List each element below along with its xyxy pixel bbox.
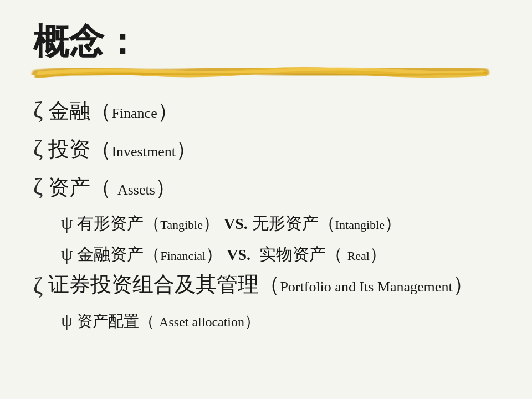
- paren: （: [90, 137, 111, 161]
- english-text: Assets: [117, 182, 155, 198]
- paren: ）: [203, 214, 219, 232]
- paren: ）: [157, 99, 178, 122]
- paren: ）: [155, 176, 176, 199]
- paren: ）: [176, 137, 197, 161]
- paren: （: [90, 176, 117, 199]
- bullet-icon: ψ: [61, 307, 73, 334]
- english-text: Portfolio and Its Management: [280, 279, 452, 295]
- paren: （: [144, 245, 160, 263]
- bullet-icon: ψ: [61, 209, 73, 236]
- item-text: 证券投资组合及其管理（Portfolio and Its Management）: [48, 271, 499, 298]
- english-text: Financial: [160, 249, 206, 263]
- chinese-text: 实物资产: [255, 245, 326, 263]
- chinese-text: 投资: [48, 137, 90, 161]
- chinese-text: 证券投资组合及其管理: [48, 273, 259, 296]
- paren: ）: [206, 245, 222, 263]
- paren: （: [259, 273, 280, 296]
- page-title: 概念：: [33, 22, 499, 61]
- content-list: ζ 金融（Finance） ζ 投资（Investment） ζ 资产（ Ass…: [33, 95, 499, 333]
- vs-text: VS.: [224, 215, 248, 232]
- paren: （: [319, 214, 335, 232]
- paren: （: [90, 99, 111, 122]
- paren: ）: [370, 245, 386, 263]
- paren: （: [144, 214, 160, 232]
- english-text: Intangible: [335, 218, 385, 232]
- list-item: ζ 证券投资组合及其管理（Portfolio and Its Managemen…: [33, 271, 499, 301]
- list-item: ψ 金融资产（Financial）VS. 实物资产（ Real）: [61, 241, 499, 267]
- chinese-text: 金融: [48, 99, 90, 122]
- vs-text: VS.: [227, 246, 250, 263]
- english-text: Investment: [111, 144, 176, 160]
- chinese-text: 金融资产: [77, 245, 144, 263]
- bullet-icon: ζ: [33, 271, 43, 301]
- list-item: ζ 投资（Investment）: [33, 134, 499, 164]
- brush-stroke-decoration: [33, 64, 488, 80]
- paren: ）: [244, 313, 260, 330]
- item-text: 投资（Investment）: [48, 136, 197, 163]
- title-section: 概念：: [33, 22, 499, 80]
- chinese-text: 资产配置: [77, 313, 139, 330]
- paren: ）: [453, 273, 474, 296]
- bullet-icon: ζ: [33, 95, 43, 126]
- sub-item-text: 金融资产（Financial）VS. 实物资产（ Real）: [77, 243, 386, 266]
- paren: ）: [385, 214, 401, 232]
- english-text: Tangible: [160, 218, 203, 232]
- list-item: ζ 金融（Finance）: [33, 95, 499, 126]
- list-item: ψ 资产配置（ Asset allocation）: [61, 307, 499, 334]
- bullet-icon: ζ: [33, 172, 43, 202]
- list-item: ψ 有形资产（Tangible）VS.无形资产（Intangible）: [61, 209, 499, 236]
- item-text: 金融（Finance）: [48, 98, 178, 125]
- chinese-text: 无形资产: [252, 214, 319, 232]
- sub-item-text: 有形资产（Tangible）VS.无形资产（Intangible）: [77, 212, 401, 235]
- bullet-icon: ζ: [33, 134, 43, 164]
- list-item: ζ 资产（ Assets）: [33, 172, 499, 202]
- english-text: Finance: [111, 105, 157, 121]
- slide: 概念： ζ 金融（Finance）: [0, 0, 532, 399]
- paren: （: [139, 313, 159, 330]
- chinese-text: 有形资产: [77, 214, 144, 232]
- item-text: 资产（ Assets）: [48, 174, 176, 201]
- sub-item-text: 资产配置（ Asset allocation）: [77, 310, 260, 332]
- paren: （: [326, 245, 347, 263]
- english-text: Real: [347, 249, 370, 263]
- english-text: Asset allocation: [159, 315, 244, 329]
- bullet-icon: ψ: [61, 241, 73, 267]
- chinese-text: 资产: [48, 176, 90, 199]
